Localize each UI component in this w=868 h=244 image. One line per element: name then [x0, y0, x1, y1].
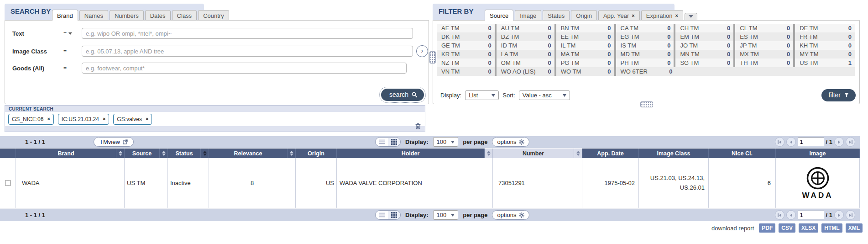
search-tab-dates[interactable]: Dates [145, 10, 171, 21]
search-tab-brand[interactable]: Brand [52, 10, 78, 21]
close-icon[interactable]: × [675, 13, 678, 18]
filter-count-eg-tm[interactable]: EG TM0 [616, 32, 676, 41]
grid-view-icon[interactable] [388, 138, 400, 146]
search-chip-ic-us-21-03-24[interactable]: IC:US.21.03.24× [58, 114, 110, 125]
filter-count-ee-tm[interactable]: EE TM0 [556, 32, 616, 41]
per-page-select[interactable]: 100 [433, 137, 459, 147]
col-header-image-class[interactable]: Image Class [639, 149, 709, 158]
image-class-input[interactable] [82, 46, 413, 57]
col-header-status[interactable]: Status [168, 149, 201, 158]
filter-count-jo-tm[interactable]: JO TM0 [675, 41, 735, 50]
filter-count-vn-tm[interactable]: VN TM0 [437, 67, 497, 76]
sort-icon-origin[interactable] [288, 149, 296, 158]
download-csv-button[interactable]: CSV [779, 223, 795, 233]
prev-page-button[interactable] [786, 210, 796, 220]
filter-count-ma-tm[interactable]: MA TM0 [556, 50, 616, 58]
download-html-button[interactable]: HTML [821, 223, 842, 233]
close-icon[interactable]: × [632, 13, 634, 18]
filter-count-cl-tm[interactable]: CL TM0 [735, 24, 795, 32]
filter-count-ae-tm[interactable]: AE TM0 [437, 24, 497, 32]
filter-count-us-tm[interactable]: US TM1 [795, 58, 855, 67]
filter-count-pg-tm[interactable]: PG TM0 [556, 58, 616, 67]
col-header-holder[interactable]: Holder [337, 149, 485, 158]
col-header-relevance[interactable]: Relevance [209, 149, 288, 158]
panel-resize-handle-vertical[interactable] [429, 51, 436, 64]
result-row[interactable]: WADA US TM Inactive 8 US WADA VALVE CORP… [0, 158, 860, 208]
prev-page-button[interactable] [786, 137, 796, 147]
filter-count-dk-tm[interactable]: DK TM0 [437, 32, 497, 41]
filter-count-sg-tm[interactable]: SG TM0 [675, 58, 735, 67]
filter-count-ca-tm[interactable]: CA TM0 [616, 24, 676, 32]
search-button[interactable]: search [381, 89, 424, 101]
search-tab-class[interactable]: Class [172, 10, 197, 21]
filter-count-mx-tm[interactable]: MX TM0 [735, 50, 795, 58]
search-chip-gs-valves[interactable]: GS:valves× [113, 114, 152, 125]
col-header-origin[interactable]: Origin [296, 149, 337, 158]
download-xlsx-button[interactable]: XLSX [799, 223, 818, 233]
next-page-button[interactable] [834, 137, 844, 147]
first-page-button[interactable] [775, 137, 784, 147]
search-tab-country[interactable]: Country [198, 10, 229, 21]
filter-resize-handle[interactable] [640, 101, 653, 107]
filter-tab-origin[interactable]: Origin [571, 10, 597, 21]
sort-icon-status[interactable] [160, 149, 168, 158]
col-header-brand[interactable]: Brand [16, 149, 116, 158]
sort-icon-number[interactable] [485, 149, 493, 158]
filter-count-is-tm[interactable]: IS TM0 [616, 41, 676, 50]
search-tab-names[interactable]: Names [79, 10, 108, 21]
filter-count-la-tm[interactable]: LA TM0 [497, 50, 556, 58]
download-xml-button[interactable]: XML [846, 223, 863, 233]
row-checkbox[interactable] [5, 180, 11, 186]
per-page-select-bottom[interactable]: 100 [433, 210, 459, 220]
filter-count-mn-tm[interactable]: MN TM0 [675, 50, 735, 58]
col-header-app-date[interactable]: App. Date [582, 149, 639, 158]
filter-count-ph-tm[interactable]: PH TM0 [616, 58, 676, 67]
col-header-source[interactable]: Source [125, 149, 160, 158]
tmview-button[interactable]: TMview [94, 137, 134, 147]
last-page-button[interactable] [846, 137, 855, 147]
filter-count-kh-tm[interactable]: KH TM0 [795, 41, 855, 50]
filter-count-th-tm[interactable]: TH TM0 [735, 58, 795, 67]
filter-count-fr-tm[interactable]: FR TM0 [795, 32, 855, 41]
sort-icon-relevance-active[interactable] [201, 149, 209, 158]
grid-view-icon[interactable] [388, 211, 400, 219]
filter-count-au-tm[interactable]: AU TM0 [497, 24, 556, 32]
filter-count-bn-tm[interactable]: BN TM0 [556, 24, 616, 32]
goods-input[interactable] [82, 63, 407, 74]
filter-count-de-tm[interactable]: DE TM0 [795, 24, 855, 32]
filter-count-ch-tm[interactable]: CH TM0 [675, 24, 735, 32]
more-filters-tab[interactable] [685, 13, 697, 21]
image-class-browse-button[interactable]: › [416, 45, 428, 57]
filter-tab-expiration[interactable]: Expiration× [641, 10, 683, 21]
options-button-bottom[interactable]: options [492, 210, 529, 220]
filter-count-nz-tm[interactable]: NZ TM0 [437, 58, 497, 67]
sort-icon-source[interactable] [116, 149, 125, 158]
page-input[interactable] [798, 138, 824, 146]
first-page-button[interactable] [775, 210, 784, 220]
sort-icon-number-right[interactable] [574, 149, 582, 158]
page-input-bottom[interactable] [798, 211, 824, 219]
filter-count-dz-tm[interactable]: DZ TM0 [497, 32, 556, 41]
filter-count-es-tm[interactable]: ES TM0 [735, 32, 795, 41]
filter-count-my-tm[interactable]: MY TM0 [795, 50, 855, 58]
filter-count-wo-ao-lis-[interactable]: WO AO (LIS)0 [497, 67, 556, 76]
filter-tab-image[interactable]: Image [515, 10, 541, 21]
filter-sort-select[interactable]: Value - asc [519, 90, 570, 100]
search-chip-gs-nice-06[interactable]: GS_NICE:06× [8, 114, 54, 125]
filter-count-jp-tm[interactable]: JP TM0 [735, 41, 795, 50]
filter-tab-source[interactable]: Source [485, 10, 513, 21]
download-pdf-button[interactable]: PDF [759, 223, 775, 233]
filter-count-em-tm[interactable]: EM TM0 [675, 32, 735, 41]
close-icon[interactable]: × [103, 117, 105, 122]
last-page-button[interactable] [846, 210, 855, 220]
text-operator[interactable]: = [63, 30, 82, 37]
list-view-icon[interactable] [376, 138, 388, 145]
next-page-button[interactable] [834, 210, 844, 220]
filter-button[interactable]: filter [821, 89, 856, 101]
search-tab-numbers[interactable]: Numbers [110, 10, 144, 21]
filter-tab-status[interactable]: Status [543, 10, 570, 21]
close-icon[interactable]: × [47, 117, 50, 122]
filter-count-md-tm[interactable]: MD TM0 [616, 50, 676, 58]
text-input[interactable] [82, 28, 413, 39]
filter-count-om-tm[interactable]: OM TM0 [497, 58, 556, 67]
